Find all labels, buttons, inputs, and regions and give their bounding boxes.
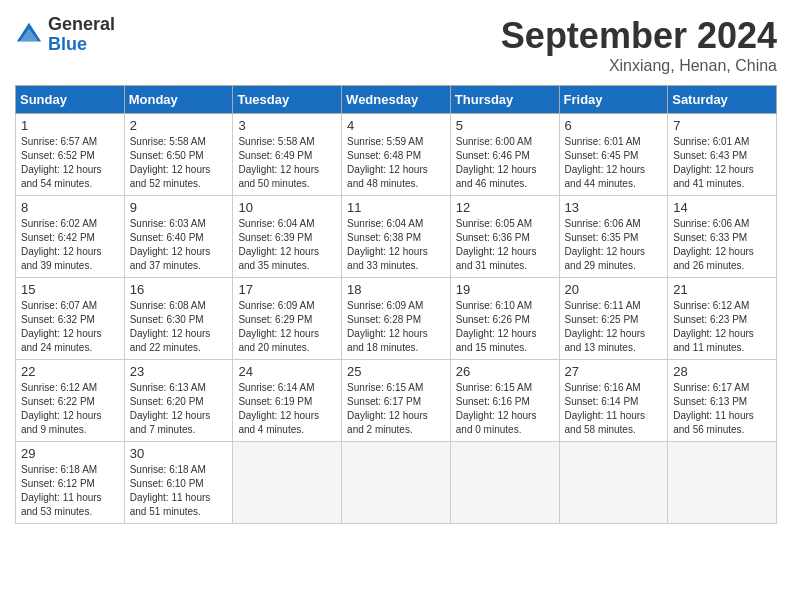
day-detail: Sunrise: 5:58 AMSunset: 6:50 PMDaylight:… bbox=[130, 136, 211, 189]
day-number: 5 bbox=[456, 118, 554, 133]
day-number: 20 bbox=[565, 282, 663, 297]
day-detail: Sunrise: 6:12 AMSunset: 6:23 PMDaylight:… bbox=[673, 300, 754, 353]
calendar-cell: 9Sunrise: 6:03 AMSunset: 6:40 PMDaylight… bbox=[124, 196, 233, 278]
col-wednesday: Wednesday bbox=[342, 86, 451, 114]
calendar-cell bbox=[450, 442, 559, 524]
day-detail: Sunrise: 6:16 AMSunset: 6:14 PMDaylight:… bbox=[565, 382, 646, 435]
calendar-table: Sunday Monday Tuesday Wednesday Thursday… bbox=[15, 85, 777, 524]
day-detail: Sunrise: 6:13 AMSunset: 6:20 PMDaylight:… bbox=[130, 382, 211, 435]
calendar-cell: 5Sunrise: 6:00 AMSunset: 6:46 PMDaylight… bbox=[450, 114, 559, 196]
day-number: 28 bbox=[673, 364, 771, 379]
day-detail: Sunrise: 6:15 AMSunset: 6:17 PMDaylight:… bbox=[347, 382, 428, 435]
day-detail: Sunrise: 6:15 AMSunset: 6:16 PMDaylight:… bbox=[456, 382, 537, 435]
calendar-cell: 17Sunrise: 6:09 AMSunset: 6:29 PMDayligh… bbox=[233, 278, 342, 360]
day-detail: Sunrise: 6:07 AMSunset: 6:32 PMDaylight:… bbox=[21, 300, 102, 353]
day-detail: Sunrise: 5:58 AMSunset: 6:49 PMDaylight:… bbox=[238, 136, 319, 189]
day-number: 27 bbox=[565, 364, 663, 379]
location: Xinxiang, Henan, China bbox=[501, 57, 777, 75]
day-detail: Sunrise: 6:00 AMSunset: 6:46 PMDaylight:… bbox=[456, 136, 537, 189]
day-detail: Sunrise: 6:57 AMSunset: 6:52 PMDaylight:… bbox=[21, 136, 102, 189]
day-detail: Sunrise: 6:03 AMSunset: 6:40 PMDaylight:… bbox=[130, 218, 211, 271]
day-number: 29 bbox=[21, 446, 119, 461]
day-detail: Sunrise: 6:09 AMSunset: 6:28 PMDaylight:… bbox=[347, 300, 428, 353]
calendar-cell: 30Sunrise: 6:18 AMSunset: 6:10 PMDayligh… bbox=[124, 442, 233, 524]
day-number: 18 bbox=[347, 282, 445, 297]
day-number: 7 bbox=[673, 118, 771, 133]
calendar-cell: 18Sunrise: 6:09 AMSunset: 6:28 PMDayligh… bbox=[342, 278, 451, 360]
month-title: September 2024 bbox=[501, 15, 777, 57]
calendar-cell: 19Sunrise: 6:10 AMSunset: 6:26 PMDayligh… bbox=[450, 278, 559, 360]
calendar-cell bbox=[233, 442, 342, 524]
day-number: 24 bbox=[238, 364, 336, 379]
day-detail: Sunrise: 6:06 AMSunset: 6:35 PMDaylight:… bbox=[565, 218, 646, 271]
day-detail: Sunrise: 6:02 AMSunset: 6:42 PMDaylight:… bbox=[21, 218, 102, 271]
day-number: 23 bbox=[130, 364, 228, 379]
logo-blue: Blue bbox=[48, 35, 115, 55]
day-number: 14 bbox=[673, 200, 771, 215]
calendar-cell: 29Sunrise: 6:18 AMSunset: 6:12 PMDayligh… bbox=[16, 442, 125, 524]
day-number: 3 bbox=[238, 118, 336, 133]
day-detail: Sunrise: 6:04 AMSunset: 6:39 PMDaylight:… bbox=[238, 218, 319, 271]
calendar-cell: 14Sunrise: 6:06 AMSunset: 6:33 PMDayligh… bbox=[668, 196, 777, 278]
day-number: 26 bbox=[456, 364, 554, 379]
day-detail: Sunrise: 6:17 AMSunset: 6:13 PMDaylight:… bbox=[673, 382, 754, 435]
col-friday: Friday bbox=[559, 86, 668, 114]
day-number: 15 bbox=[21, 282, 119, 297]
calendar-cell: 23Sunrise: 6:13 AMSunset: 6:20 PMDayligh… bbox=[124, 360, 233, 442]
day-number: 4 bbox=[347, 118, 445, 133]
col-sunday: Sunday bbox=[16, 86, 125, 114]
week-row-5: 29Sunrise: 6:18 AMSunset: 6:12 PMDayligh… bbox=[16, 442, 777, 524]
week-row-4: 22Sunrise: 6:12 AMSunset: 6:22 PMDayligh… bbox=[16, 360, 777, 442]
page-header: General Blue September 2024 Xinxiang, He… bbox=[15, 15, 777, 75]
logo-text: General Blue bbox=[48, 15, 115, 55]
col-tuesday: Tuesday bbox=[233, 86, 342, 114]
calendar-cell: 27Sunrise: 6:16 AMSunset: 6:14 PMDayligh… bbox=[559, 360, 668, 442]
day-detail: Sunrise: 6:18 AMSunset: 6:12 PMDaylight:… bbox=[21, 464, 102, 517]
day-number: 9 bbox=[130, 200, 228, 215]
day-detail: Sunrise: 6:01 AMSunset: 6:43 PMDaylight:… bbox=[673, 136, 754, 189]
day-detail: Sunrise: 6:04 AMSunset: 6:38 PMDaylight:… bbox=[347, 218, 428, 271]
calendar-cell bbox=[342, 442, 451, 524]
calendar-header-row: Sunday Monday Tuesday Wednesday Thursday… bbox=[16, 86, 777, 114]
day-detail: Sunrise: 6:05 AMSunset: 6:36 PMDaylight:… bbox=[456, 218, 537, 271]
day-number: 8 bbox=[21, 200, 119, 215]
calendar-cell bbox=[668, 442, 777, 524]
day-number: 21 bbox=[673, 282, 771, 297]
day-number: 12 bbox=[456, 200, 554, 215]
week-row-3: 15Sunrise: 6:07 AMSunset: 6:32 PMDayligh… bbox=[16, 278, 777, 360]
day-number: 17 bbox=[238, 282, 336, 297]
logo: General Blue bbox=[15, 15, 115, 55]
day-detail: Sunrise: 6:06 AMSunset: 6:33 PMDaylight:… bbox=[673, 218, 754, 271]
day-detail: Sunrise: 6:08 AMSunset: 6:30 PMDaylight:… bbox=[130, 300, 211, 353]
calendar-cell: 25Sunrise: 6:15 AMSunset: 6:17 PMDayligh… bbox=[342, 360, 451, 442]
calendar-cell: 7Sunrise: 6:01 AMSunset: 6:43 PMDaylight… bbox=[668, 114, 777, 196]
calendar-cell: 3Sunrise: 5:58 AMSunset: 6:49 PMDaylight… bbox=[233, 114, 342, 196]
day-detail: Sunrise: 6:11 AMSunset: 6:25 PMDaylight:… bbox=[565, 300, 646, 353]
day-number: 11 bbox=[347, 200, 445, 215]
calendar-cell: 12Sunrise: 6:05 AMSunset: 6:36 PMDayligh… bbox=[450, 196, 559, 278]
day-number: 2 bbox=[130, 118, 228, 133]
calendar-cell: 26Sunrise: 6:15 AMSunset: 6:16 PMDayligh… bbox=[450, 360, 559, 442]
week-row-2: 8Sunrise: 6:02 AMSunset: 6:42 PMDaylight… bbox=[16, 196, 777, 278]
calendar-cell: 22Sunrise: 6:12 AMSunset: 6:22 PMDayligh… bbox=[16, 360, 125, 442]
day-number: 1 bbox=[21, 118, 119, 133]
calendar-cell: 16Sunrise: 6:08 AMSunset: 6:30 PMDayligh… bbox=[124, 278, 233, 360]
calendar-cell: 15Sunrise: 6:07 AMSunset: 6:32 PMDayligh… bbox=[16, 278, 125, 360]
col-monday: Monday bbox=[124, 86, 233, 114]
day-number: 6 bbox=[565, 118, 663, 133]
calendar-body: 1Sunrise: 6:57 AMSunset: 6:52 PMDaylight… bbox=[16, 114, 777, 524]
day-detail: Sunrise: 6:14 AMSunset: 6:19 PMDaylight:… bbox=[238, 382, 319, 435]
calendar-cell: 24Sunrise: 6:14 AMSunset: 6:19 PMDayligh… bbox=[233, 360, 342, 442]
day-number: 22 bbox=[21, 364, 119, 379]
day-detail: Sunrise: 6:10 AMSunset: 6:26 PMDaylight:… bbox=[456, 300, 537, 353]
col-saturday: Saturday bbox=[668, 86, 777, 114]
calendar-cell: 13Sunrise: 6:06 AMSunset: 6:35 PMDayligh… bbox=[559, 196, 668, 278]
day-detail: Sunrise: 6:01 AMSunset: 6:45 PMDaylight:… bbox=[565, 136, 646, 189]
calendar-cell: 6Sunrise: 6:01 AMSunset: 6:45 PMDaylight… bbox=[559, 114, 668, 196]
day-number: 25 bbox=[347, 364, 445, 379]
day-detail: Sunrise: 5:59 AMSunset: 6:48 PMDaylight:… bbox=[347, 136, 428, 189]
title-area: September 2024 Xinxiang, Henan, China bbox=[501, 15, 777, 75]
calendar-cell: 20Sunrise: 6:11 AMSunset: 6:25 PMDayligh… bbox=[559, 278, 668, 360]
logo-general: General bbox=[48, 15, 115, 35]
calendar-cell: 1Sunrise: 6:57 AMSunset: 6:52 PMDaylight… bbox=[16, 114, 125, 196]
